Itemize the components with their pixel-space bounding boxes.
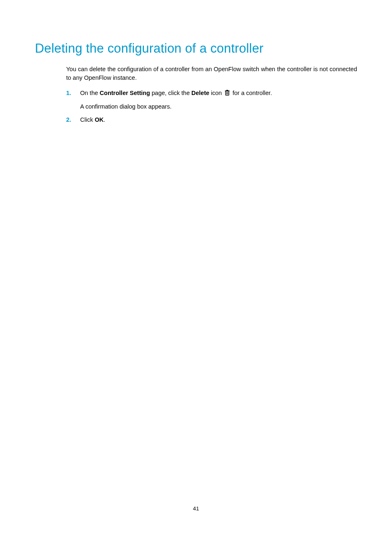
text-span: Click — [80, 116, 95, 123]
intro-paragraph: You can delete the configuration of a co… — [66, 65, 357, 83]
step-item-1: 1. On the Controller Setting page, click… — [66, 88, 357, 111]
document-page: Deleting the configuration of a controll… — [0, 0, 392, 533]
body-content: You can delete the configuration of a co… — [66, 65, 357, 125]
text-span: On the — [80, 90, 100, 96]
text-span: page, click the — [150, 90, 191, 96]
step-item-2: 2. Click OK. — [66, 115, 357, 124]
svg-rect-5 — [226, 90, 228, 91]
page-number: 41 — [0, 505, 392, 512]
step-number: 2. — [66, 115, 71, 124]
step-text-line: On the Controller Setting page, click th… — [80, 88, 357, 98]
text-span: . — [104, 116, 105, 123]
bold-text: Delete — [191, 90, 210, 96]
trash-icon — [224, 89, 230, 98]
bold-text: OK — [95, 116, 104, 123]
step-text-line: Click OK. — [80, 115, 357, 124]
bold-text: Controller Setting — [100, 90, 150, 96]
section-heading: Deleting the configuration of a controll… — [35, 41, 357, 56]
text-span: for a controller. — [233, 90, 272, 96]
step-list: 1. On the Controller Setting page, click… — [66, 88, 357, 124]
step-number: 1. — [66, 88, 71, 97]
svg-rect-4 — [225, 90, 229, 91]
text-span: icon — [209, 90, 224, 96]
step-subtext: A confirmation dialog box appears. — [80, 102, 357, 111]
